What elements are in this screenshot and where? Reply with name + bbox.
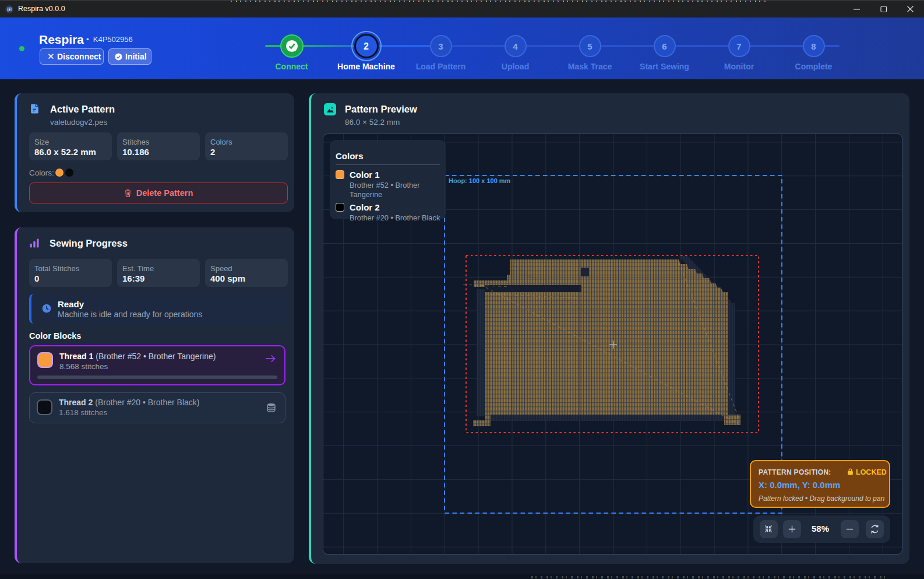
svg-text:Hoop: 100 x 100 mm: Hoop: 100 x 100 mm <box>449 177 511 184</box>
